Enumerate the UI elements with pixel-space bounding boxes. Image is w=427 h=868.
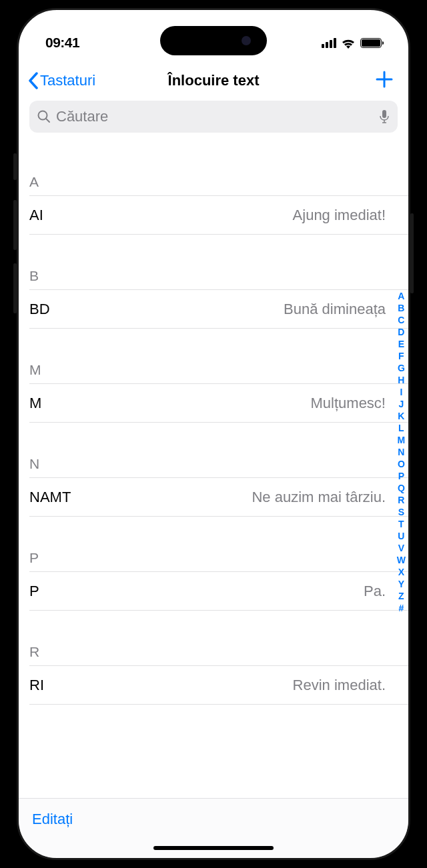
section-header: N (29, 423, 408, 478)
index-letter[interactable]: R (398, 494, 404, 506)
index-letter[interactable]: M (398, 434, 406, 446)
add-button[interactable] (375, 67, 399, 95)
index-letter[interactable]: I (400, 386, 402, 398)
list-item[interactable]: AI Ajung imediat! (29, 196, 408, 235)
index-letter[interactable]: T (398, 518, 404, 530)
shortcut-label: AI (29, 207, 43, 224)
index-letter[interactable]: G (398, 362, 405, 374)
index-letter[interactable]: A (398, 290, 404, 302)
index-letter[interactable]: L (398, 422, 404, 434)
index-letter[interactable]: Q (398, 482, 405, 494)
chevron-left-icon (28, 72, 39, 89)
phone-frame: 09:41 Tastaturi Înlocuire text (17, 8, 410, 860)
section-header: R (29, 611, 408, 666)
index-letter[interactable]: V (398, 542, 404, 554)
navigation-bar: Tastaturi Înlocuire text (19, 62, 408, 99)
cellular-signal-icon (322, 38, 336, 48)
back-button[interactable]: Tastaturi (28, 72, 95, 89)
back-label: Tastaturi (40, 72, 95, 89)
index-letter[interactable]: B (398, 302, 404, 314)
section-header: B (29, 235, 408, 290)
list-item[interactable]: NAMT Ne auzim mai târziu. (29, 478, 408, 517)
shortcut-label: NAMT (29, 489, 71, 506)
search-placeholder: Căutare (56, 108, 374, 125)
list-item[interactable]: P Pa. (29, 572, 408, 611)
index-letter[interactable]: X (398, 566, 404, 578)
index-letter[interactable]: Z (398, 590, 404, 602)
wifi-icon (341, 37, 356, 49)
section-header: P (29, 517, 408, 572)
list-item[interactable]: BD Bună dimineața (29, 290, 408, 329)
index-letter[interactable]: Y (398, 578, 404, 590)
index-letter[interactable]: F (398, 350, 404, 362)
index-letter[interactable]: E (398, 338, 404, 350)
edit-button[interactable]: Editați (32, 811, 73, 828)
alphabet-index[interactable]: A B C D E F G H I J K L M N O P Q R S T … (397, 290, 406, 614)
index-letter[interactable]: O (398, 458, 405, 470)
index-letter[interactable]: U (398, 530, 404, 542)
list-item[interactable]: RI Revin imediat. (29, 666, 408, 705)
index-letter[interactable]: W (397, 554, 406, 566)
shortcut-label: RI (29, 677, 44, 694)
page-title: Înlocuire text (168, 72, 260, 89)
search-field[interactable]: Căutare (29, 101, 398, 133)
index-letter[interactable]: S (398, 506, 404, 518)
battery-icon (360, 38, 382, 48)
phrase-label: Bună dimineața (284, 301, 386, 318)
svg-rect-2 (382, 110, 386, 118)
svg-line-1 (46, 119, 49, 122)
power-button (410, 213, 414, 293)
phrase-label: Pa. (364, 583, 386, 600)
section-header: A (29, 141, 408, 196)
phrase-label: Ajung imediat! (293, 207, 386, 224)
status-time: 09:41 (45, 35, 79, 51)
microphone-icon[interactable] (379, 109, 390, 124)
section-header: M (29, 329, 408, 384)
shortcut-label: P (29, 583, 39, 600)
status-icons (322, 37, 382, 49)
plus-icon (375, 70, 394, 89)
home-indicator[interactable] (153, 846, 274, 850)
index-letter[interactable]: J (398, 398, 404, 410)
index-letter[interactable]: K (398, 410, 404, 422)
list-item[interactable]: M Mulțumesc! (29, 384, 408, 423)
index-letter[interactable]: D (398, 326, 404, 338)
phrase-label: Mulțumesc! (311, 395, 386, 412)
index-letter[interactable]: H (398, 374, 404, 386)
search-icon (37, 110, 51, 123)
index-letter[interactable]: P (398, 470, 404, 482)
camera-icon (242, 36, 251, 45)
phrase-label: Ne auzim mai târziu. (252, 489, 386, 506)
dynamic-island (160, 26, 267, 55)
shortcut-label: M (29, 395, 41, 412)
index-letter[interactable]: # (398, 602, 404, 614)
shortcut-label: BD (29, 301, 50, 318)
content-list: A AI Ajung imediat! B BD Bună dimineața … (19, 141, 408, 705)
index-letter[interactable]: N (398, 446, 404, 458)
phrase-label: Revin imediat. (293, 677, 386, 694)
index-letter[interactable]: C (398, 314, 404, 326)
